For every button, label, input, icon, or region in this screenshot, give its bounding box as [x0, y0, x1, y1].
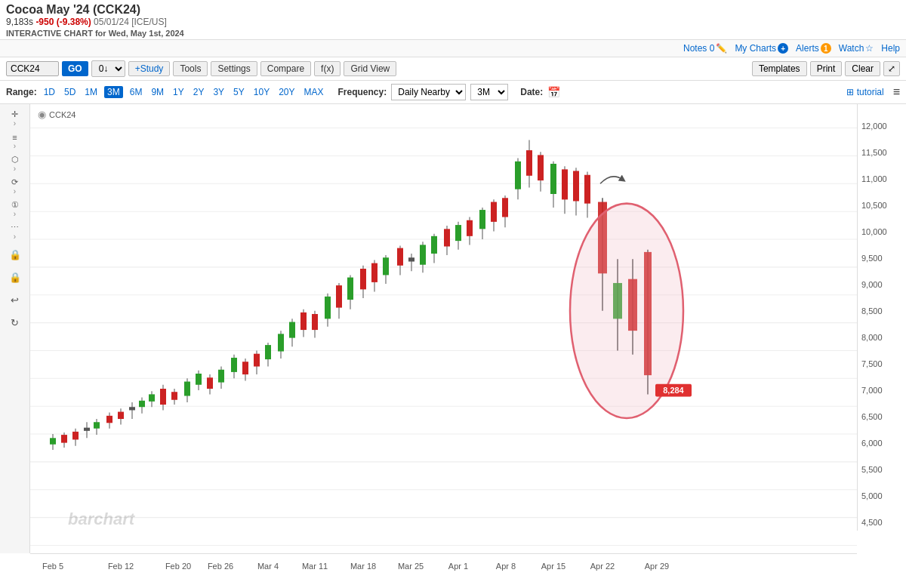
svg-rect-95	[502, 198, 508, 217]
annotation-tool[interactable]: ≡ ›	[5, 133, 26, 149]
go-button[interactable]: GO	[62, 61, 88, 76]
compare-button[interactable]: Compare	[260, 61, 311, 76]
range-5d[interactable]: 5D	[62, 86, 78, 98]
range-10y[interactable]: 10Y	[251, 86, 272, 98]
x-axis-labels: Feb 5 Feb 12 Feb 20 Feb 26 Mar 4 Mar 11 …	[30, 554, 857, 577]
svg-text:10,500: 10,500	[861, 201, 887, 210]
svg-rect-49	[231, 358, 237, 372]
svg-text:Apr 22: Apr 22	[590, 562, 615, 571]
period-freq-select[interactable]: 3M	[470, 84, 508, 100]
measure-tool[interactable]: ⟳ ›	[5, 178, 26, 195]
tutorial-button[interactable]: ⊞ tutorial	[846, 87, 884, 97]
chart-symbol-text: CCK24	[49, 110, 76, 119]
lock-tool[interactable]: 🔒	[5, 246, 26, 263]
range-20y[interactable]: 20Y	[276, 86, 297, 98]
symbol-input[interactable]	[6, 61, 59, 76]
print-button[interactable]: Print	[810, 61, 843, 76]
watch-link[interactable]: Watch ☆	[839, 43, 874, 54]
svg-text:Apr 15: Apr 15	[541, 562, 565, 571]
svg-rect-69	[347, 278, 353, 300]
svg-text:4,500: 4,500	[861, 518, 883, 527]
svg-text:Apr 1: Apr 1	[448, 562, 468, 571]
magnet-tool[interactable]: 🔒	[5, 269, 26, 285]
crosshair-tool[interactable]: ✛ ›	[5, 110, 26, 127]
svg-text:7,000: 7,000	[861, 386, 883, 395]
interactive-for: for Wed, May 1st, 2024	[95, 29, 184, 38]
price-date: 05/01/24 [ICE/US]	[94, 17, 167, 27]
wave-tool[interactable]: ⋯ ›	[5, 223, 26, 240]
svg-text:Mar 18: Mar 18	[350, 562, 376, 571]
frequency-select[interactable]: Daily Nearby	[391, 84, 466, 100]
svg-rect-39	[171, 392, 177, 400]
y-axis: 12,000 11,500 11,000 10,500 10,000 9,500…	[857, 104, 906, 531]
price-subtitle: 9,183s -950 (-9.38%) 05/01/24 [ICE/US]	[6, 17, 900, 27]
svg-text:5,500: 5,500	[861, 465, 883, 474]
svg-text:6,000: 6,000	[861, 439, 883, 448]
period-select[interactable]: 0↓	[91, 60, 125, 77]
svg-rect-105	[562, 169, 568, 199]
range-6m[interactable]: 6M	[128, 86, 145, 98]
svg-text:Feb 26: Feb 26	[208, 562, 233, 571]
range-1y[interactable]: 1Y	[171, 86, 186, 98]
svg-rect-23	[84, 428, 90, 431]
svg-text:Mar 25: Mar 25	[398, 562, 424, 571]
watch-label: Watch	[839, 43, 864, 54]
interactive-bold: INTERACTIVE CHART	[6, 29, 93, 38]
refresh-tool[interactable]: ↻	[5, 314, 26, 331]
tutorial-label: tutorial	[857, 87, 884, 97]
svg-text:Apr 8: Apr 8	[496, 562, 516, 571]
range-5y[interactable]: 5Y	[231, 86, 247, 98]
grid-view-button[interactable]: Grid View	[344, 61, 396, 76]
add-study-button[interactable]: +Study	[128, 61, 171, 76]
svg-rect-41	[184, 382, 190, 396]
x-axis: Feb 5 Feb 12 Feb 20 Feb 26 Mar 4 Mar 11 …	[30, 553, 857, 576]
svg-text:10,000: 10,000	[861, 227, 887, 236]
svg-rect-17	[50, 438, 56, 444]
svg-rect-35	[149, 394, 155, 401]
range-bar: Range: 1D 5D 1M 3M 6M 9M 1Y 2Y 3Y 5Y 10Y…	[0, 81, 906, 104]
chart-area[interactable]: ◉ CCK24	[30, 104, 857, 553]
my-charts-label: My Charts	[735, 43, 776, 54]
calendar-icon[interactable]: 📅	[547, 86, 560, 98]
svg-rect-61	[300, 312, 307, 330]
templates-button[interactable]: Templates	[752, 61, 807, 76]
svg-rect-83	[431, 236, 437, 254]
range-2y[interactable]: 2Y	[191, 86, 207, 98]
price-change: -950 (-9.38%)	[35, 17, 91, 27]
svg-rect-19	[61, 435, 67, 443]
svg-rect-101	[538, 155, 544, 180]
range-max[interactable]: MAX	[302, 86, 326, 98]
hamburger-icon[interactable]: ≡	[893, 85, 900, 99]
expand-button[interactable]: ⤢	[883, 61, 900, 76]
candlestick-chart: 8,284	[30, 104, 857, 553]
range-label: Range:	[6, 87, 37, 97]
tools-button[interactable]: Tools	[173, 61, 208, 76]
notes-link[interactable]: Notes 0 ✏️	[683, 43, 727, 54]
svg-rect-27	[106, 416, 112, 423]
range-1m[interactable]: 1M	[82, 86, 100, 98]
alerts-link[interactable]: Alerts 1	[796, 43, 831, 54]
shape-tool[interactable]: ⬡ ›	[5, 155, 26, 172]
svg-rect-93	[491, 202, 497, 222]
svg-rect-47	[218, 370, 224, 383]
alerts-label: Alerts	[796, 43, 819, 54]
svg-text:9,000: 9,000	[861, 280, 883, 289]
help-link[interactable]: Help	[881, 43, 900, 54]
svg-text:11,000: 11,000	[861, 174, 887, 183]
range-3y[interactable]: 3Y	[211, 86, 226, 98]
range-3m[interactable]: 3M	[104, 86, 123, 98]
settings-button[interactable]: Settings	[211, 61, 257, 76]
svg-text:7,500: 7,500	[861, 359, 883, 368]
left-toolbar: ✛ › ≡ › ⬡ › ⟳ › ① › ⋯ › 🔒 🔒 ↩	[0, 104, 30, 553]
range-1d[interactable]: 1D	[42, 86, 57, 98]
clear-button[interactable]: Clear	[845, 61, 880, 76]
svg-rect-45	[207, 377, 213, 389]
range-9m[interactable]: 9M	[149, 86, 166, 98]
svg-rect-77	[397, 248, 403, 266]
svg-rect-37	[160, 389, 166, 405]
my-charts-link[interactable]: My Charts +	[735, 43, 788, 54]
svg-text:8,284: 8,284	[663, 386, 684, 395]
fx-button[interactable]: f(x)	[314, 61, 341, 76]
undo-tool[interactable]: ↩	[5, 291, 26, 308]
fibonacci-tool[interactable]: ① ›	[5, 201, 26, 217]
